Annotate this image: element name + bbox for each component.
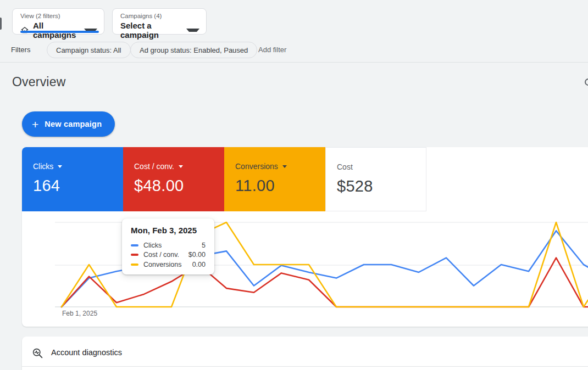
tooltip-date: Mon, Feb 3, 2025 (131, 226, 206, 235)
tooltip-row-clicks: Clicks 5 (131, 240, 206, 250)
clipped-toolbar-icon (585, 79, 588, 86)
conversions-series-swatch (131, 264, 138, 266)
scorecard-conversions-value: 11.00 (235, 177, 325, 195)
filters-label: Filters (11, 46, 30, 54)
plus-icon: + (32, 119, 38, 130)
campaign-selector-label: Campaigns (4) (120, 12, 199, 20)
account-diagnostics-label: Account diagnostics (51, 348, 122, 357)
overview-chart-panel: Clicks 164 Cost / conv. $48.00 Conversio… (22, 147, 588, 327)
scorecard-cost-value: $528 (337, 177, 426, 195)
chart-tooltip: Mon, Feb 3, 2025 Clicks 5 Cost / conv. $… (122, 218, 214, 274)
filter-chip-campaign-status[interactable]: Campaign status: All (47, 42, 131, 58)
x-axis-tick-label: Feb 1, 2025 (62, 310, 97, 317)
cost-per-conv-series-swatch (131, 254, 138, 256)
clicks-series-swatch (131, 244, 138, 246)
scorecard-clicks[interactable]: Clicks 164 (22, 147, 123, 211)
header-divider (0, 62, 588, 63)
scorecard-clicks-value: 164 (33, 177, 123, 195)
campaign-selector-value: Select a campaign (120, 21, 186, 40)
view-selector-label: View (2 filters) (20, 12, 97, 20)
scorecard-conversions[interactable]: Conversions 11.00 (224, 147, 325, 211)
home-icon (20, 26, 29, 35)
tooltip-row-cost-per-conv: Cost / conv. $0.00 (131, 250, 206, 260)
new-campaign-button[interactable]: + New campaign (22, 111, 115, 137)
view-selector-dropdown[interactable]: View (2 filters) All campaigns (12, 8, 104, 35)
active-tab-indicator (20, 31, 99, 33)
scorecard-cost-per-conv[interactable]: Cost / conv. $48.00 (123, 147, 224, 211)
add-filter-button[interactable]: Add filter (258, 46, 286, 54)
scorecard-cost-per-conv-value: $48.00 (134, 177, 224, 195)
tooltip-row-conversions: Conversions 0.00 (131, 260, 206, 270)
chevron-down-icon (186, 29, 199, 32)
chevron-down-icon[interactable] (58, 165, 62, 168)
performance-line-chart (22, 211, 588, 327)
campaign-selector-dropdown[interactable]: Campaigns (4) Select a campaign (112, 8, 207, 35)
scorecard-cost[interactable]: Cost $528 (325, 147, 426, 211)
left-edge-clipped-element (0, 18, 2, 30)
chevron-down-icon[interactable] (179, 165, 183, 168)
scorecard-row: Clicks 164 Cost / conv. $48.00 Conversio… (22, 147, 588, 211)
diagnostics-header-divider (22, 366, 588, 367)
account-diagnostics-card[interactable]: Account diagnostics (22, 337, 588, 370)
diagnostics-search-icon (32, 347, 43, 361)
page-title: Overview (12, 75, 65, 89)
chevron-down-icon[interactable] (282, 165, 287, 168)
view-selector-value: All campaigns (33, 21, 84, 40)
filter-chip-adgroup-status[interactable]: Ad group status: Enabled, Paused (130, 42, 257, 58)
